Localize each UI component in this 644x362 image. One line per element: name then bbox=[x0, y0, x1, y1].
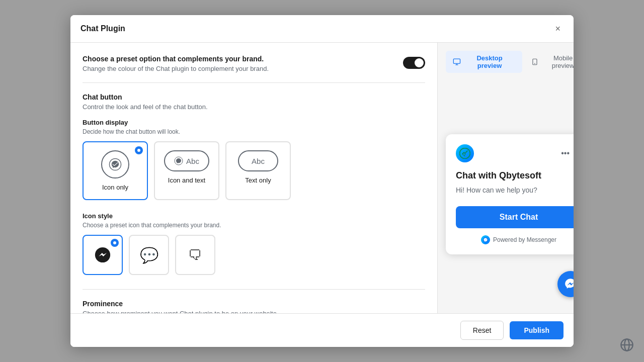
messenger-small-icon bbox=[483, 237, 488, 242]
desktop-icon bbox=[453, 58, 461, 66]
svg-rect-3 bbox=[453, 59, 460, 63]
icon-style-desc: Choose a preset icon that complements yo… bbox=[83, 222, 425, 229]
brand-logo-icon: Q bbox=[459, 148, 470, 159]
chat-card-actions: ••• — bbox=[561, 149, 574, 158]
icon-text-label: Icon and text bbox=[168, 176, 205, 184]
display-option-text-only[interactable]: Abc Text only bbox=[225, 141, 291, 200]
icon-option-bubble[interactable]: 💬 bbox=[129, 235, 169, 275]
modal-body: Choose a preset option that complements … bbox=[70, 43, 574, 313]
icon-style-title: Icon style bbox=[83, 212, 425, 220]
modal-footer: Reset Publish bbox=[70, 313, 574, 347]
chat-card-title: Chat with Qbytesoft bbox=[456, 170, 574, 181]
icon-style-grid: 💬 🗨 bbox=[83, 235, 425, 275]
svg-text:Q: Q bbox=[462, 151, 466, 156]
chat-card: Q ••• — Chat with Qbytesoft Hi! How can … bbox=[446, 134, 574, 254]
button-display-grid: Icon only Abc Icon and text bbox=[83, 141, 425, 200]
button-display-desc: Decide how the chat button will look. bbox=[83, 128, 425, 135]
chat-card-subtitle: Hi! How can we help you? bbox=[456, 186, 574, 194]
publish-button[interactable]: Publish bbox=[510, 321, 564, 339]
powered-by: Powered by Messenger bbox=[456, 235, 574, 244]
globe-icon[interactable] bbox=[620, 338, 636, 354]
reset-button[interactable]: Reset bbox=[460, 321, 504, 340]
bubble-icon: 💬 bbox=[140, 246, 158, 264]
display-option-icon-text[interactable]: Abc Icon and text bbox=[154, 141, 219, 200]
chat-button-title: Chat button bbox=[83, 93, 425, 101]
prominence-desc: Choose how prominent you want Chat plugi… bbox=[83, 310, 425, 313]
start-chat-button[interactable]: Start Chat bbox=[456, 206, 574, 228]
text-only-label: Text only bbox=[245, 176, 271, 184]
radio-selected-messenger bbox=[111, 239, 119, 247]
display-option-icon-only[interactable]: Icon only bbox=[83, 141, 148, 200]
icon-option-messenger[interactable] bbox=[83, 235, 123, 275]
icon-only-preview bbox=[101, 150, 129, 178]
chat-button-desc: Control the look and feel of the chat bu… bbox=[83, 103, 425, 111]
icon-only-label: Icon only bbox=[102, 184, 128, 191]
left-panel: Choose a preset option that complements … bbox=[70, 43, 438, 313]
preset-toggle[interactable] bbox=[403, 57, 425, 69]
preset-description: Change the colour of the Chat plugin to … bbox=[83, 65, 269, 72]
modal-header: Chat Plugin × bbox=[70, 15, 574, 43]
modal-title: Chat Plugin bbox=[80, 24, 125, 33]
modal: Chat Plugin × Choose a preset option tha… bbox=[70, 15, 574, 347]
preset-heading: Choose a preset option that complements … bbox=[83, 55, 269, 63]
chat-card-header: Q ••• — bbox=[456, 144, 574, 162]
icon-text-preview: Abc bbox=[164, 150, 209, 171]
chat-card-dots-button[interactable]: ••• bbox=[561, 149, 570, 158]
button-display-title: Button display bbox=[83, 119, 425, 126]
tab-desktop-preview[interactable]: Desktop preview bbox=[446, 51, 522, 73]
preview-tabs: Desktop preview Mobile preview bbox=[446, 51, 574, 73]
tab-mobile-preview[interactable]: Mobile preview bbox=[524, 51, 574, 73]
preset-section: Choose a preset option that complements … bbox=[83, 55, 425, 83]
text-only-preview: Abc bbox=[238, 150, 278, 171]
brand-logo: Q bbox=[456, 144, 474, 162]
messenger-icon bbox=[95, 247, 111, 263]
icon-option-bubble-alt[interactable]: 🗨 bbox=[175, 235, 215, 275]
close-button[interactable]: × bbox=[552, 23, 564, 34]
chat-button-section: Chat button Control the look and feel of… bbox=[83, 93, 425, 313]
icon-text-abc: Abc bbox=[186, 157, 199, 165]
section-divider bbox=[83, 289, 425, 290]
prominence-section: Prominence Choose how prominent you want… bbox=[83, 300, 425, 313]
preset-text: Choose a preset option that complements … bbox=[83, 55, 269, 72]
chat-preview-area: Q ••• — Chat with Qbytesoft Hi! How can … bbox=[446, 83, 574, 305]
mobile-icon bbox=[531, 58, 538, 66]
floating-messenger-icon bbox=[564, 278, 574, 291]
floating-chat-button[interactable] bbox=[557, 271, 574, 297]
right-panel: Desktop preview Mobile preview bbox=[438, 43, 574, 313]
prominence-title: Prominence bbox=[83, 300, 425, 308]
mobile-tab-label: Mobile preview bbox=[541, 54, 574, 69]
desktop-tab-label: Desktop preview bbox=[464, 54, 515, 69]
radio-selected-icon-only bbox=[135, 146, 143, 154]
powered-by-text: Powered by Messenger bbox=[493, 236, 556, 243]
powered-messenger-icon bbox=[481, 235, 490, 244]
bubble-alt-icon: 🗨 bbox=[188, 247, 202, 263]
